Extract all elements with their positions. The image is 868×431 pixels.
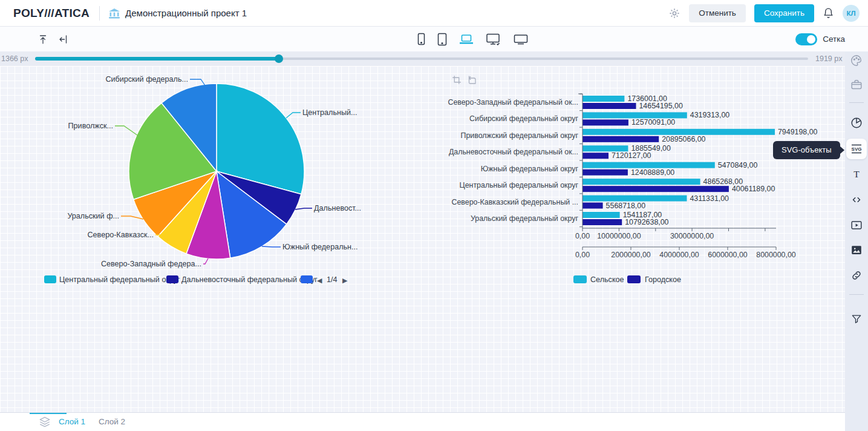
bar-urban[interactable] — [582, 169, 628, 176]
indent-left-icon[interactable] — [58, 34, 69, 45]
rotate-icon[interactable] — [466, 74, 477, 85]
device-widescreen-icon[interactable] — [512, 33, 529, 46]
width-slider-thumb[interactable] — [275, 54, 283, 63]
pie-callout-line — [295, 208, 312, 209]
grid-toggle[interactable] — [795, 33, 817, 45]
image-icon[interactable] — [847, 241, 866, 259]
bar-rural[interactable] — [582, 196, 687, 202]
link-icon[interactable] — [847, 266, 866, 285]
bar-rural[interactable] — [582, 162, 715, 168]
bar-value-label: 7120127,00 — [612, 151, 651, 160]
legend-prev-icon[interactable]: ◀ — [317, 277, 322, 284]
design-canvas[interactable]: Центральный...Дальневост...Южный федерал… — [0, 66, 845, 413]
canvas-width-slider-row: 1366 px 1919 px — [0, 51, 845, 66]
slider-max-label: 1919 px — [815, 54, 842, 63]
toggle-knob — [807, 35, 815, 44]
pie-callout-line — [203, 258, 208, 264]
text-icon[interactable]: T — [847, 165, 866, 183]
slider-min-label: 1366 px — [1, 54, 28, 63]
svg-objects-icon[interactable]: SVG — [846, 139, 867, 159]
bar-urban[interactable] — [582, 136, 659, 142]
bar-category-label: Дальневосточный федеральный ок... — [449, 148, 578, 156]
pie-callout-label: Сибирский федераль... — [105, 75, 188, 84]
pie-callout-line — [115, 126, 138, 136]
width-slider-track[interactable] — [35, 58, 808, 60]
bar-category-label: Северо-Западный федеральный ок... — [448, 98, 578, 107]
pie-legend-label[interactable]: Дальневосточный федеральный округ — [181, 275, 318, 284]
bar-value-label: 10792638,00 — [625, 218, 668, 226]
device-phone-icon[interactable] — [416, 31, 426, 47]
axis-tick-label: 4000000,00 — [659, 251, 699, 259]
editor-toolbar: Сетка — [0, 27, 868, 51]
bar-value-label: 5470849,00 — [718, 161, 758, 169]
pie-legend-swatch[interactable] — [301, 275, 313, 283]
layer-tab-1[interactable]: Слой 1 — [59, 413, 85, 431]
crop-icon[interactable] — [451, 74, 462, 85]
bar-category-label: Северо-Кавказский федеральный ... — [451, 198, 578, 206]
pie-legend-label[interactable]: Центральный федеральный округ — [59, 275, 180, 284]
layers-bar: Слой 1 Слой 2 — [0, 413, 845, 431]
bar-value-label: 14654195,00 — [639, 102, 682, 110]
pie-callout-label: Южный федеральн... — [282, 243, 358, 251]
layer-tab-2[interactable]: Слой 2 — [99, 413, 125, 431]
bar-value-label: 5568718,00 — [606, 202, 646, 210]
bar-value-label: 12408889,00 — [631, 168, 674, 177]
bar-category-label: Приволжский федеральный округ — [461, 131, 579, 140]
bar-urban[interactable] — [582, 119, 628, 125]
bar-urban[interactable] — [582, 103, 636, 109]
bar-urban[interactable] — [582, 153, 609, 159]
pie-callout-label: Уральский ф... — [67, 212, 119, 220]
axis-tick-label: 0,00 — [575, 232, 590, 240]
pie-callout-label: Дальневост... — [314, 204, 361, 212]
bar-rural[interactable] — [582, 129, 775, 135]
cancel-button[interactable]: Отменить — [689, 4, 746, 22]
bar-rural[interactable] — [582, 112, 687, 118]
sidebar-divider — [849, 294, 864, 295]
pie-callout-label: Северо-Кавказск... — [88, 231, 154, 239]
filter-icon[interactable] — [847, 310, 866, 328]
bar-urban[interactable] — [582, 186, 729, 192]
bar-urban[interactable] — [582, 203, 603, 209]
pie-chart-icon[interactable] — [847, 114, 866, 132]
grid-toggle-label: Сетка — [823, 35, 845, 44]
bar-legend-label[interactable]: Городское — [645, 275, 681, 284]
device-tablet-icon[interactable] — [436, 31, 448, 47]
pie-legend-swatch[interactable] — [166, 275, 178, 283]
axis-tick-label: 6000000,00 — [708, 251, 748, 259]
bar-rural[interactable] — [582, 145, 628, 151]
axis-tick-label: 8000000,00 — [756, 251, 796, 259]
project-icon — [108, 8, 120, 19]
bar-value-label: 20895066,00 — [662, 135, 705, 143]
pie-callout-label: Приволжск... — [68, 122, 113, 130]
bar-rural[interactable] — [582, 96, 624, 102]
legend-next-icon[interactable]: ▶ — [342, 277, 348, 284]
notifications-bell-icon[interactable] — [823, 7, 834, 19]
bar-value-label: 40061189,00 — [732, 185, 775, 193]
case-icon[interactable] — [847, 76, 866, 94]
bar-rural[interactable] — [582, 212, 620, 218]
bar-rural[interactable] — [582, 179, 700, 185]
widget-sidebar: SVG T — [845, 51, 868, 431]
code-icon[interactable] — [847, 191, 866, 209]
user-avatar[interactable]: КЛ — [843, 5, 860, 22]
app-window: POLY///ATICA Демонстрационный проект 1 О… — [0, 0, 868, 431]
settings-gear-icon[interactable] — [668, 7, 680, 19]
video-icon[interactable] — [847, 216, 866, 234]
pie-legend-swatch[interactable] — [44, 275, 56, 283]
device-laptop-icon[interactable] — [458, 33, 475, 46]
project-title: Демонстрационный проект 1 — [125, 8, 247, 18]
device-desktop-check-icon[interactable] — [485, 32, 503, 47]
bar-value-label: 12570091,00 — [631, 118, 675, 127]
device-switcher — [416, 27, 529, 51]
upload-icon[interactable] — [38, 34, 48, 45]
save-button[interactable]: Сохранить — [754, 4, 814, 22]
bar-legend-swatch[interactable] — [627, 275, 641, 283]
svg-objects-tooltip: SVG-объекты — [773, 141, 840, 159]
palette-icon[interactable] — [847, 51, 866, 70]
layers-icon[interactable] — [38, 416, 52, 428]
bar-urban[interactable] — [582, 219, 622, 225]
bar-legend-swatch[interactable] — [573, 275, 587, 283]
bar-category-axis — [578, 94, 582, 228]
bar-legend-label[interactable]: Сельское — [590, 275, 624, 284]
brand-logo: POLY///ATICA — [13, 7, 90, 20]
